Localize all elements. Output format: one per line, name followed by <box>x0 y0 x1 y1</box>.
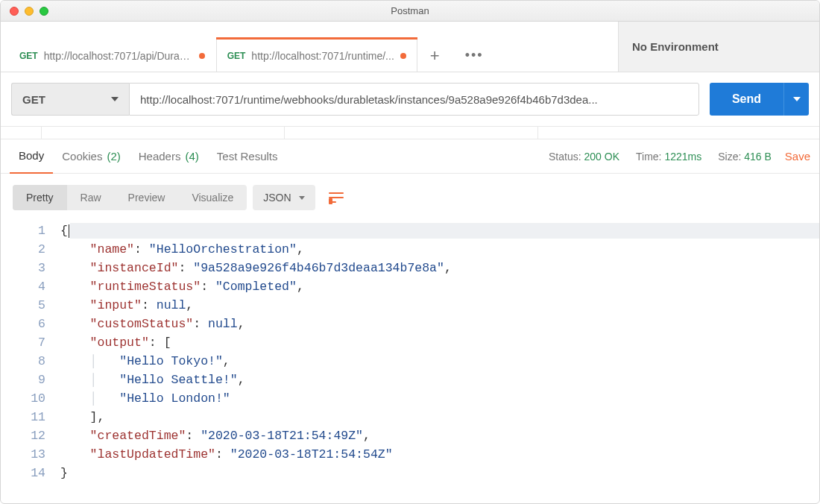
headers-count: (4) <box>185 150 198 163</box>
response-tabs: Body Cookies (2) Headers (4) Test Result… <box>1 139 819 174</box>
code-content: │ "Hello London!" <box>60 389 819 408</box>
chevron-down-icon <box>793 97 801 101</box>
tab-cookies[interactable]: Cookies (2) <box>53 139 130 174</box>
tab-headers[interactable]: Headers (4) <box>130 139 208 174</box>
line-number: 10 <box>1 389 60 408</box>
body-toolbar: Pretty Raw Preview Visualize JSON <box>1 174 819 218</box>
tab-headers-label: Headers <box>139 150 181 163</box>
time-label: Time: <box>636 151 661 163</box>
environment-selector[interactable]: No Environment <box>618 22 819 72</box>
line-number: 5 <box>1 296 60 315</box>
environment-label: No Environment <box>632 40 719 53</box>
url-value: http://localhost:7071/runtime/webhooks/d… <box>140 93 598 106</box>
code-content: │ "Hello Seattle!", <box>60 371 819 389</box>
send-button-group: Send <box>710 83 809 116</box>
body-language-value: JSON <box>263 192 291 204</box>
cookies-count: (2) <box>107 150 120 163</box>
code-line: 3 "instanceId": "9a528a9e926f4b46b7d3dea… <box>1 259 819 277</box>
status-value: 200 OK <box>584 151 619 163</box>
size-label: Size: <box>718 151 741 163</box>
body-language-select[interactable]: JSON <box>253 185 315 210</box>
code-content: "input": null, <box>60 296 819 315</box>
code-line: 6 "customStatus": null, <box>1 315 819 333</box>
view-visualize[interactable]: Visualize <box>178 185 247 210</box>
request-tabs: GET http://localhost:7071/api/Durab... G… <box>1 22 618 72</box>
time-value: 1221ms <box>664 151 701 163</box>
request-bar: GET http://localhost:7071/runtime/webhoo… <box>1 72 819 126</box>
code-content: "instanceId": "9a528a9e926f4b46b7d3deaa1… <box>60 259 819 277</box>
line-number: 4 <box>1 277 60 296</box>
http-method-value: GET <box>22 93 45 106</box>
chevron-down-icon <box>111 97 119 101</box>
code-content: "customStatus": null, <box>60 315 819 333</box>
http-method-select[interactable]: GET <box>11 83 129 116</box>
line-number: 6 <box>1 315 60 333</box>
code-content: "runtimeStatus": "Completed", <box>60 277 819 296</box>
code-line: 11 ], <box>1 408 819 426</box>
tab-test-results[interactable]: Test Results <box>208 139 287 174</box>
code-content: { <box>60 221 819 240</box>
send-dropdown-button[interactable] <box>783 83 809 116</box>
request-tab-1[interactable]: GET http://localhost:7071/runtime/... <box>216 39 417 72</box>
wrap-lines-button[interactable] <box>321 184 351 211</box>
tab-cookies-label: Cookies <box>62 150 102 163</box>
titlebar: Postman <box>1 1 819 22</box>
code-line: 5 "input": null, <box>1 296 819 315</box>
code-line: 8 │ "Hello Tokyo!", <box>1 352 819 371</box>
code-content: "name": "HelloOrchestration", <box>60 240 819 259</box>
chevron-down-icon <box>299 196 305 200</box>
tab-test-results-label: Test Results <box>217 150 278 163</box>
code-line: 14} <box>1 464 819 482</box>
window-title: Postman <box>1 5 819 16</box>
response-body-code[interactable]: 1{2 "name": "HelloOrchestration",3 "inst… <box>1 218 819 482</box>
unsaved-dot-icon <box>400 53 406 59</box>
status-label: Status: <box>549 151 581 163</box>
section-divider <box>1 126 819 139</box>
code-content: "createdTime": "2020-03-18T21:54:49Z", <box>60 426 819 445</box>
code-content: "lastUpdatedTime": "2020-03-18T21:54:54Z… <box>60 445 819 464</box>
line-number: 3 <box>1 259 60 277</box>
tab-body-label: Body <box>19 149 44 162</box>
line-number: 13 <box>1 445 60 464</box>
tab-body[interactable]: Body <box>10 139 53 174</box>
tab-label: http://localhost:7071/api/Durab... <box>44 50 193 62</box>
line-number: 9 <box>1 371 60 389</box>
code-content: │ "Hello Tokyo!", <box>60 352 819 371</box>
response-status: Status: 200 OK Time: 1221ms Size: 416 B <box>549 151 772 163</box>
code-line: 10 │ "Hello London!" <box>1 389 819 408</box>
code-content: } <box>60 464 819 482</box>
code-content: ], <box>60 408 819 426</box>
view-pretty[interactable]: Pretty <box>13 185 67 210</box>
view-preview[interactable]: Preview <box>115 185 179 210</box>
line-number: 12 <box>1 426 60 445</box>
line-number: 2 <box>1 240 60 259</box>
line-number: 7 <box>1 333 60 352</box>
line-number: 14 <box>1 464 60 482</box>
url-input[interactable]: http://localhost:7071/runtime/webhooks/d… <box>129 83 699 116</box>
save-response-button[interactable]: Save <box>785 150 810 163</box>
line-number: 11 <box>1 408 60 426</box>
tab-label: http://localhost:7071/runtime/... <box>251 50 394 62</box>
code-line: 2 "name": "HelloOrchestration", <box>1 240 819 259</box>
line-number: 8 <box>1 352 60 371</box>
code-line: 12 "createdTime": "2020-03-18T21:54:49Z"… <box>1 426 819 445</box>
tab-method: GET <box>19 51 38 61</box>
view-raw[interactable]: Raw <box>67 185 115 210</box>
code-line: 1{ <box>1 221 819 240</box>
wrap-icon <box>329 192 344 204</box>
code-line: 4 "runtimeStatus": "Completed", <box>1 277 819 296</box>
code-line: 9 │ "Hello Seattle!", <box>1 371 819 389</box>
code-line: 13 "lastUpdatedTime": "2020-03-18T21:54:… <box>1 445 819 464</box>
unsaved-dot-icon <box>199 53 205 59</box>
request-tab-0[interactable]: GET http://localhost:7071/api/Durab... <box>8 39 216 72</box>
line-number: 1 <box>1 221 60 240</box>
size-value: 416 B <box>744 151 772 163</box>
new-tab-button[interactable]: + <box>417 39 452 72</box>
tab-overflow-button[interactable]: ••• <box>452 39 496 72</box>
tab-method: GET <box>227 51 246 61</box>
code-content: "output": [ <box>60 333 819 352</box>
code-line: 7 "output": [ <box>1 333 819 352</box>
send-button[interactable]: Send <box>710 83 783 116</box>
body-view-modes: Pretty Raw Preview Visualize <box>13 185 247 210</box>
top-bar: GET http://localhost:7071/api/Durab... G… <box>1 22 819 72</box>
